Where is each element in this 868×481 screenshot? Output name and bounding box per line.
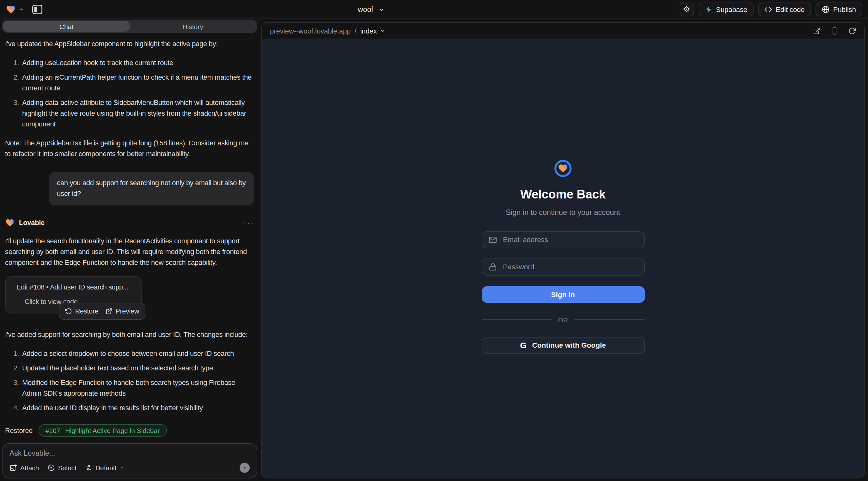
chat-panel: Chat History I've updated the AppSidebar… [0,19,259,481]
restored-version-badge[interactable]: #107 Highlight Active Page in Sidebar [38,424,167,437]
project-chevron-down-icon [379,7,385,12]
send-arrow-up-icon: ↑ [243,464,246,471]
continue-with-google-button[interactable]: G Continue with Google [482,336,645,354]
publish-button[interactable]: Publish [815,2,862,16]
message-more-icon[interactable]: ··· [244,217,254,229]
lovable-heart-icon [5,218,14,228]
edit-code-button[interactable]: Edit code [758,2,811,16]
preview-app-content: Welcome Back Sign in to continue to your… [262,39,864,478]
list-item: Updated the placeholder text based on th… [21,363,254,374]
restored-label: Restored [5,427,33,434]
tab-chat[interactable]: Chat [3,21,130,32]
attach-image-icon [9,464,17,472]
top-bar: woof ⚙ Supabase Edit code [0,0,868,19]
mode-chevron-down-icon [120,465,125,470]
topbar-right-group: ⚙ Supabase Edit code Publish [679,2,862,16]
edit-card-title-row: Edit #108 • Add user ID search supp... [12,282,135,293]
sign-in-button[interactable]: Sign in [482,286,645,302]
user-message-bubble: can you add support for searching not on… [49,172,254,205]
topbar-left-group [6,3,43,15]
list-item: Modified the Edge Function to handle bot… [21,377,254,399]
select-button[interactable]: Select [48,464,76,472]
restore-rotate-ccw-icon [65,308,72,315]
divider-line [482,319,552,320]
restored-row: Restored #107 Highlight Active Page in S… [2,424,257,437]
project-name: woof [358,6,373,13]
assistant-message-list: Adding useLocation hook to track the cur… [5,58,254,130]
lock-icon [488,263,497,271]
chat-history-tabs: Chat History [2,20,257,33]
supabase-label: Supabase [716,5,747,13]
password-field[interactable] [502,262,638,271]
globe-icon [822,5,830,13]
welcome-subtitle: Sign in to continue to your account [506,207,620,217]
app-heart-icon [558,163,568,173]
or-divider: OR [482,316,645,323]
project-menu-chevron-icon[interactable] [19,7,24,12]
open-in-new-tab-icon[interactable] [813,27,820,34]
tab-history[interactable]: History [130,21,256,32]
preview-url-separator: / [355,27,356,34]
attach-button[interactable]: Attach [9,464,39,472]
app-logo [554,160,571,177]
welcome-title: Welcome Back [520,187,606,201]
restored-version-id: #107 [45,427,60,434]
lovable-logo-icon[interactable] [6,4,16,14]
preview-nav-actions [813,27,856,34]
supabase-button[interactable]: Supabase [698,2,753,16]
preview-button[interactable]: Preview [105,306,139,316]
composer-toolbar: Attach Select Default ↑ [9,463,250,473]
select-label: Select [58,464,76,472]
sliders-icon [85,464,92,472]
select-target-icon [48,464,55,472]
tab-chat-label: Chat [59,23,73,30]
assistant-message-list-2: Added a select dropdown to choose betwee… [5,348,254,413]
email-field-wrapper [482,231,645,248]
list-item: Adding an isCurrentPath helper function … [21,72,254,94]
version-actions-pill: Restore Preview [59,303,146,320]
chat-scroll-area[interactable]: I've updated the AppSidebar component to… [2,33,257,422]
mode-dropdown[interactable]: Default [85,464,125,472]
assistant-message-note: Note: The AppSidebar.tsx file is getting… [5,138,254,160]
toggle-sidebar-icon[interactable] [31,3,43,15]
edit-code-label: Edit code [776,5,805,13]
edit-card-title: Edit #108 • Add user ID search supp... [17,282,128,293]
sign-in-label: Sign in [551,290,575,298]
preview-url-page: index [360,27,377,34]
external-link-icon [105,308,112,315]
preview-url-dropdown[interactable]: preview--woof.lovable.app / index [270,27,385,34]
preview-url-host: preview--woof.lovable.app [270,27,351,34]
tab-history-label: History [182,23,203,30]
restore-label: Restore [75,306,99,316]
list-item: Added the user ID display in the results… [21,403,254,413]
edit-version-card[interactable]: Edit #108 • Add user ID search supp... C… [5,277,142,314]
password-field-wrapper [482,258,645,275]
google-button-label: Continue with Google [532,341,606,349]
assistant-name: Lovable [19,218,44,228]
mode-label: Default [95,464,117,472]
publish-label: Publish [833,5,856,13]
assistant-message-intro-2: I'll update the search functionality in … [5,236,254,268]
settings-button[interactable]: ⚙ [679,2,694,16]
signin-card: Welcome Back Sign in to continue to your… [482,160,645,354]
gear-icon: ⚙ [683,5,690,13]
email-field[interactable] [502,235,638,244]
restore-button[interactable]: Restore [65,306,99,316]
chat-input[interactable] [9,449,250,459]
mobile-view-icon[interactable] [831,27,838,34]
mail-icon [488,235,497,244]
composer: Attach Select Default ↑ [2,443,257,478]
preview-nav-bar: preview--woof.lovable.app / index [262,23,864,39]
refresh-icon[interactable] [848,27,856,34]
send-button[interactable]: ↑ [240,463,250,473]
code-brackets-icon [764,5,772,13]
supabase-bolt-icon [705,5,712,13]
user-message-row: can you add support for searching not on… [5,172,254,205]
app-window: woof ⚙ Supabase Edit code [0,0,868,481]
project-switcher[interactable]: woof [358,0,385,19]
list-item: Adding useLocation hook to track the cur… [21,58,254,68]
or-label: OR [558,316,568,323]
list-item: Added a select dropdown to choose betwee… [21,348,254,359]
preview-label: Preview [115,306,139,316]
list-item: Adding data-active attribute to SidebarM… [21,97,254,130]
